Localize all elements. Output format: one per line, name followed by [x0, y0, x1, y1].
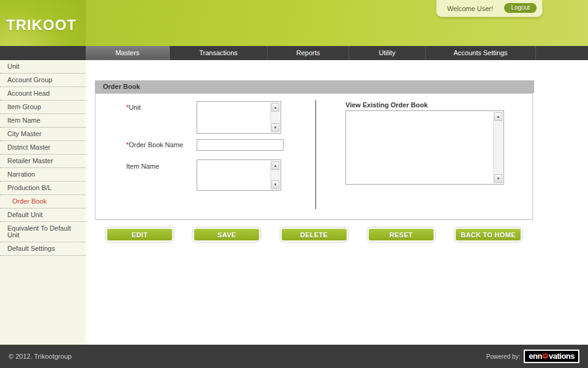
unit-listbox[interactable]: ▲ ▼ — [197, 101, 281, 134]
action-buttons: EDIT SAVE DELETE RESET BACK TO HOME — [95, 228, 533, 242]
footer: © 2012. Trikootgroup Powered by: ennvati… — [0, 345, 588, 368]
scroll-down-icon[interactable]: ▼ — [271, 123, 279, 132]
sidebar-item-retailer-master[interactable]: Retailer Master — [0, 155, 86, 168]
sidebar-item-narration[interactable]: Narration — [0, 168, 86, 182]
sidebar-item-district-master[interactable]: District Master — [0, 141, 86, 155]
sidebar-item-account-group[interactable]: Account Group — [0, 74, 86, 87]
back-to-home-button[interactable]: BACK TO HOME — [454, 228, 522, 242]
nav-tab-masters[interactable]: Masters — [86, 46, 170, 60]
panel-title: Order Book — [95, 80, 534, 93]
nav-tab-transactions[interactable]: Transactions — [170, 46, 268, 60]
sidebar-item-city-master[interactable]: City Master — [0, 128, 86, 141]
sidebar-item-account-head[interactable]: Account Head — [0, 87, 86, 101]
page: TRIKOOT Welcome User! Logout Masters Tra… — [0, 0, 588, 368]
main-content: Order Book *Unit ▲ ▼ *Order Book Name It… — [86, 60, 588, 345]
ennovations-logo-prefix: enn — [529, 351, 542, 361]
powered-by: Powered by: ennvations — [486, 350, 579, 363]
welcome-text: Welcome User! — [437, 5, 493, 12]
scroll-down-icon[interactable]: ▼ — [494, 174, 502, 183]
sidebar-item-default-settings[interactable]: Default Settings — [0, 242, 86, 256]
delete-button[interactable]: DELETE — [281, 228, 348, 242]
unit-listbox-scrollbar[interactable]: ▲ ▼ — [270, 102, 280, 132]
order-book-form-panel: *Unit ▲ ▼ *Order Book Name Item Name ▲ ▼ — [95, 93, 533, 220]
header: TRIKOOT Welcome User! Logout — [0, 0, 588, 46]
ennovations-logo: ennvations — [524, 350, 579, 363]
sidebar: Unit Account Group Account Head Item Gro… — [0, 60, 86, 345]
item-name-label: Item Name — [126, 163, 159, 170]
item-name-listbox[interactable]: ▲ ▼ — [197, 159, 281, 191]
sidebar-item-item-group[interactable]: Item Group — [0, 101, 86, 114]
powered-by-label: Powered by: — [486, 353, 521, 360]
form-divider — [315, 100, 316, 209]
reset-button[interactable]: RESET — [368, 228, 435, 242]
nav-tab-accounts-settings[interactable]: Accounts Settings — [426, 46, 536, 60]
item-name-listbox-scrollbar[interactable]: ▲ ▼ — [270, 161, 280, 190]
save-button[interactable]: SAVE — [193, 228, 260, 242]
welcome-box: Welcome User! Logout — [436, 0, 543, 17]
ennovations-logo-suffix: vations — [549, 351, 575, 361]
ennovations-o-icon — [543, 353, 548, 359]
sidebar-item-unit[interactable]: Unit — [0, 60, 86, 74]
scroll-down-icon[interactable]: ▼ — [271, 180, 279, 189]
nav-tabs: Masters Transactions Reports Utility Acc… — [86, 46, 536, 60]
logout-button[interactable]: Logout — [504, 3, 537, 13]
order-book-name-input[interactable] — [197, 139, 284, 151]
edit-button[interactable]: EDIT — [106, 228, 173, 242]
nav-tab-reports[interactable]: Reports — [268, 46, 349, 60]
app-logo: TRIKOOT — [6, 17, 77, 34]
sidebar-item-default-unit[interactable]: Default Unit — [0, 209, 86, 222]
order-book-name-label: *Order Book Name — [126, 141, 183, 148]
sidebar-item-order-book[interactable]: Order Book — [0, 195, 86, 209]
scroll-up-icon[interactable]: ▲ — [271, 161, 279, 170]
scroll-up-icon[interactable]: ▲ — [271, 103, 279, 112]
sidebar-item-item-name[interactable]: Item Name — [0, 114, 86, 128]
sidebar-item-equivalent-to-default-unit[interactable]: Equivalent To Default Unit — [0, 222, 86, 242]
unit-label: *Unit — [126, 104, 141, 111]
logo-block: TRIKOOT — [0, 0, 86, 46]
scroll-up-icon[interactable]: ▲ — [494, 112, 502, 121]
copyright-text: © 2012. Trikootgroup — [9, 353, 72, 360]
body: Unit Account Group Account Head Item Gro… — [0, 60, 588, 345]
view-existing-order-book-listbox[interactable]: ▲ ▼ — [345, 110, 504, 185]
view-existing-scrollbar[interactable]: ▲ ▼ — [493, 112, 503, 183]
view-existing-label: View Existing Order Book — [345, 101, 428, 109]
sidebar-item-production-bl[interactable]: Production B/L — [0, 182, 86, 195]
main-nav: Masters Transactions Reports Utility Acc… — [0, 46, 588, 60]
nav-tab-utility[interactable]: Utility — [349, 46, 426, 60]
